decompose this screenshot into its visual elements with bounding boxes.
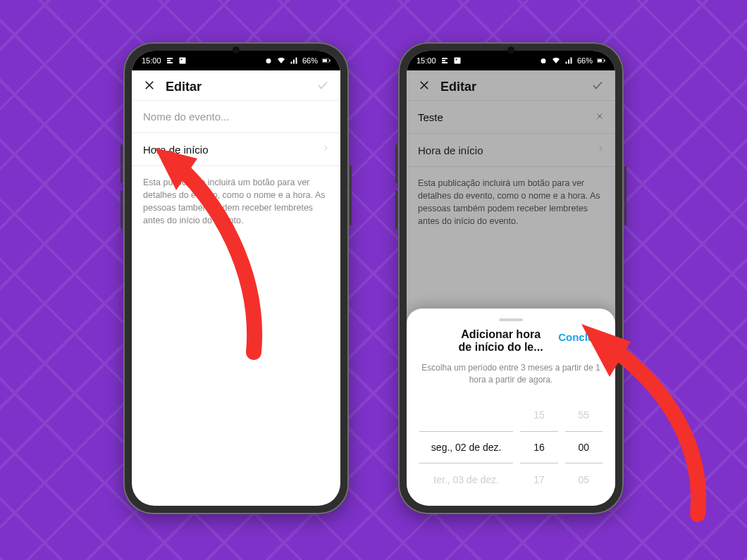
status-bar: 15:00 66% [132,51,340,70]
phone-frame-right: 15:00 66% Editar [398,42,624,514]
datetime-picker[interactable]: seg., 02 de dez. ter., 03 de dez. 15 16 … [419,399,603,496]
picker-row-next[interactable]: 17 [520,463,557,496]
svg-rect-11 [598,59,602,62]
status-image-icon [453,56,462,65]
event-name-placeholder: Nome do evento... [143,111,230,123]
svg-point-7 [455,59,457,61]
status-misc-icon [440,56,449,65]
phone-button [395,144,397,183]
sheet-title-line2: de início do le... [453,341,548,354]
phone-button [350,166,352,225]
picker-row-prev[interactable]: 15 [520,399,557,431]
status-image-icon [178,56,187,65]
phone-button [624,166,626,225]
sheet-subtitle: Escolha um período entre 3 meses a parti… [419,362,603,386]
alarm-icon [539,56,548,65]
status-battery-text: 66% [302,56,318,65]
picker-row-prev[interactable]: 55 [565,399,603,431]
svg-point-8 [541,58,545,63]
hour-column[interactable]: 15 16 17 [520,399,557,496]
event-name-input-row[interactable]: Nome do evento... [132,101,340,133]
svg-point-2 [266,58,271,63]
time-picker-sheet: Adicionar hora de início do le... Conclu… [407,309,615,506]
alarm-icon [264,56,273,65]
close-icon[interactable] [143,79,156,94]
picker-row-selected[interactable]: seg., 02 de dez. [419,431,513,463]
phone-frame-left: 15:00 66% Editar [123,42,349,514]
sheet-drag-handle[interactable] [499,318,523,321]
signal-icon [564,56,573,65]
battery-icon [597,56,605,65]
app-header: Editar [132,70,340,101]
page-title: Editar [166,80,307,94]
status-misc-icon [166,56,174,65]
minute-column[interactable]: 55 00 05 [565,399,603,496]
chevron-right-icon [322,143,329,156]
phone-screen-right: 15:00 66% Editar [407,51,615,506]
phone-button [121,144,123,183]
svg-rect-5 [323,59,327,62]
status-time: 15:00 [416,56,436,65]
done-button[interactable]: Concluir [557,328,603,346]
signal-icon [290,56,298,65]
reminder-description: Esta publicação incluirá um botão para v… [132,166,340,237]
wifi-icon [552,56,560,65]
picker-row-prev [419,399,513,431]
svg-rect-4 [329,60,330,62]
phone-camera-notch [233,46,240,54]
date-column[interactable]: seg., 02 de dez. ter., 03 de dez. [419,399,513,496]
svg-rect-6 [454,58,460,64]
start-time-label: Hora de início [143,144,209,156]
picker-row-selected[interactable]: 16 [520,431,557,463]
picker-row-next[interactable]: ter., 03 de dez. [419,463,513,496]
phone-screen-left: 15:00 66% Editar [132,51,340,506]
wifi-icon [277,56,285,65]
svg-rect-0 [179,58,185,64]
status-battery-text: 66% [577,56,593,65]
sheet-title-line1: Adicionar hora [453,328,548,341]
sheet-title: Adicionar hora de início do le... [419,328,548,354]
phone-camera-notch [507,46,514,54]
phone-button [395,190,397,229]
status-time: 15:00 [142,56,161,65]
picker-row-next[interactable]: 05 [565,463,603,496]
phone-button [121,190,123,229]
phone-pair: 15:00 66% Editar [0,42,747,514]
status-bar: 15:00 66% [407,51,615,70]
svg-point-1 [180,59,182,61]
picker-row-selected[interactable]: 00 [565,431,603,463]
start-time-row[interactable]: Hora de início [132,133,340,166]
battery-icon [322,56,331,65]
confirm-check-icon[interactable] [316,79,329,94]
svg-rect-10 [604,60,605,62]
